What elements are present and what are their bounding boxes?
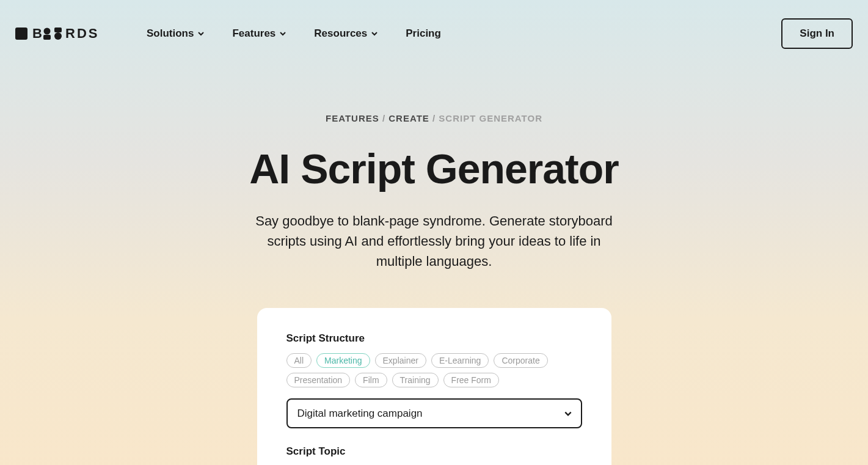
logo[interactable]: B RDS — [15, 26, 119, 41]
topic-label: Script Topic — [286, 445, 582, 458]
structure-tags: All Marketing Explainer E-Learning Corpo… — [286, 353, 582, 387]
page-title: AI Script Generator — [129, 145, 740, 192]
structure-select-wrapper: Digital marketing campaign — [286, 398, 582, 428]
nav-item-label: Solutions — [147, 27, 194, 40]
generator-card: Script Structure All Marketing Explainer… — [257, 308, 611, 465]
chevron-down-icon — [197, 30, 205, 37]
main-nav: Solutions Features Resources Pricing — [147, 27, 781, 40]
tag-elearning[interactable]: E-Learning — [431, 353, 489, 368]
nav-item-label: Features — [232, 27, 275, 40]
tag-training[interactable]: Training — [392, 373, 439, 387]
chevron-down-icon — [279, 30, 286, 37]
breadcrumb-create[interactable]: CREATE — [388, 113, 429, 123]
tag-corporate[interactable]: Corporate — [494, 353, 547, 368]
main-content: FEATURES / CREATE / SCRIPT GENERATOR AI … — [129, 67, 740, 465]
chevron-down-icon — [371, 30, 378, 37]
nav-pricing[interactable]: Pricing — [406, 27, 441, 40]
svg-rect-3 — [43, 35, 51, 40]
structure-label: Script Structure — [286, 332, 582, 345]
nav-item-label: Pricing — [406, 27, 441, 40]
breadcrumb-features[interactable]: FEATURES — [326, 113, 379, 123]
tag-explainer[interactable]: Explainer — [375, 353, 426, 368]
page-subtitle: Say goodbye to blank-page syndrome. Gene… — [251, 211, 618, 271]
tag-marketing[interactable]: Marketing — [316, 353, 370, 368]
header: B RDS Solutions Features Resources — [0, 0, 868, 67]
breadcrumb: FEATURES / CREATE / SCRIPT GENERATOR — [129, 113, 740, 123]
tag-all[interactable]: All — [286, 353, 312, 368]
svg-text:RDS: RDS — [65, 26, 99, 41]
tag-film[interactable]: Film — [355, 373, 387, 387]
nav-resources[interactable]: Resources — [314, 27, 378, 40]
boords-logo-icon: B RDS — [15, 26, 119, 41]
svg-rect-0 — [15, 27, 27, 40]
structure-select[interactable]: Digital marketing campaign — [286, 398, 582, 428]
tag-presentation[interactable]: Presentation — [286, 373, 351, 387]
svg-point-2 — [44, 28, 51, 35]
sign-in-button[interactable]: Sign In — [781, 18, 853, 49]
nav-item-label: Resources — [314, 27, 367, 40]
nav-features[interactable]: Features — [232, 27, 286, 40]
svg-rect-5 — [54, 27, 62, 32]
tag-freeform[interactable]: Free Form — [443, 373, 499, 387]
svg-text:B: B — [32, 26, 43, 41]
svg-point-4 — [54, 32, 62, 40]
breadcrumb-current: SCRIPT GENERATOR — [439, 113, 542, 123]
nav-solutions[interactable]: Solutions — [147, 27, 205, 40]
